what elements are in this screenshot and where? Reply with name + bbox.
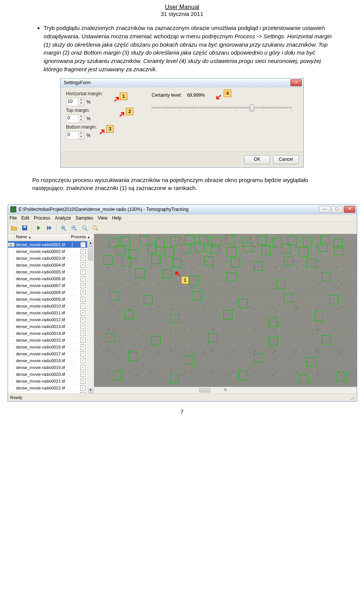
- tmargin-input[interactable]: 0 ▲▼: [66, 115, 84, 123]
- table-row[interactable]: dense_movie-radio0003.tif✓: [8, 255, 94, 262]
- menu-analyze[interactable]: Analyze: [55, 215, 71, 221]
- file-list-panel: Name ▲ Process ▲ ▸dense_movie-radio0001.…: [8, 234, 94, 393]
- menu-samples[interactable]: Samples: [75, 215, 93, 221]
- detected-marker: [121, 257, 131, 267]
- close-icon[interactable]: ✕: [290, 79, 302, 86]
- detected-marker: [181, 244, 191, 254]
- detected-marker: [329, 295, 339, 305]
- table-row[interactable]: dense_movie-radio0011.tif✓: [8, 309, 94, 316]
- header-date: 31 stycznia 2011: [32, 11, 332, 17]
- settings-titlebar[interactable]: SettingsForm ✕: [61, 78, 303, 87]
- table-row[interactable]: dense_movie-radio0015.tif✓: [8, 337, 94, 344]
- scrollbar-vertical[interactable]: ▲ ▼: [87, 241, 94, 393]
- header-title: User Manual: [32, 4, 332, 11]
- save-icon[interactable]: [20, 223, 29, 232]
- bmargin-input[interactable]: 0 ▲▼: [66, 131, 84, 140]
- scroll-thumb[interactable]: [199, 388, 210, 392]
- detected-marker: [193, 291, 202, 301]
- scrollbar-horizontal[interactable]: m: [94, 387, 357, 393]
- arrow-red-icon: ➔: [175, 272, 180, 276]
- table-row[interactable]: dense_movie-radio0020.tif✓: [8, 371, 94, 378]
- zoom-100-icon[interactable]: [91, 223, 100, 232]
- scroll-up-icon[interactable]: ▲: [88, 241, 93, 246]
- detected-marker: [281, 244, 291, 254]
- detected-marker: [195, 242, 205, 252]
- detected-marker: [151, 254, 161, 264]
- detected-marker: [227, 247, 237, 257]
- scroll-thumb[interactable]: [88, 246, 93, 261]
- table-row[interactable]: dense_movie-radio0005.tif✓: [8, 268, 94, 275]
- chevron-down-icon[interactable]: ▼: [78, 102, 84, 106]
- zoom-in-icon[interactable]: [59, 223, 68, 232]
- resize-grip-icon[interactable]: [349, 395, 355, 400]
- table-row[interactable]: dense_movie-radio0016.tif✓: [8, 344, 94, 350]
- table-row[interactable]: dense_movie-radio0012.tif✓: [8, 316, 94, 323]
- file-name: dense_movie-radio0005.tif: [14, 270, 72, 274]
- menu-file[interactable]: File: [9, 215, 17, 221]
- detected-marker: [109, 291, 119, 301]
- detected-marker: [238, 371, 248, 380]
- menu-view[interactable]: View: [98, 215, 108, 221]
- file-name: dense_movie-radio0004.tif: [14, 263, 72, 267]
- hmargin-input[interactable]: 10 ▲▼: [66, 98, 84, 106]
- table-row[interactable]: dense_movie-radio0013.tif✓: [8, 323, 94, 330]
- zoom-fit-icon[interactable]: [80, 223, 89, 232]
- detected-marker: [314, 311, 324, 321]
- table-row[interactable]: dense_movie-radio0017.tif✓: [8, 350, 94, 357]
- chevron-down-icon[interactable]: ▼: [78, 135, 84, 139]
- svg-line-3: [64, 229, 66, 231]
- table-row[interactable]: dense_movie-radio0007.tif✓: [8, 282, 94, 289]
- certainty-slider[interactable]: [152, 104, 292, 111]
- open-icon[interactable]: [9, 223, 19, 232]
- table-row[interactable]: dense_movie-radio0008.tif✓: [8, 289, 94, 296]
- row-selector[interactable]: ▸: [8, 243, 14, 246]
- app-titlebar[interactable]: E:\Politechnika\Projekt2010\Dane\dense_m…: [8, 205, 357, 214]
- column-name[interactable]: Name ▲: [14, 234, 69, 241]
- table-row[interactable]: dense_movie-radio0014.tif✓: [8, 330, 94, 337]
- table-row[interactable]: dense_movie-radio0004.tif✓: [8, 262, 94, 268]
- table-row[interactable]: dense_movie-radio0018.tif✓: [8, 357, 94, 364]
- arrow-red-icon: ➔: [216, 95, 221, 99]
- file-name: dense_movie-radio0017.tif: [14, 352, 72, 356]
- minimize-icon[interactable]: —: [319, 206, 330, 213]
- table-row[interactable]: dense_movie-radio0019.tif✓: [8, 364, 94, 371]
- svg-line-12: [96, 229, 98, 231]
- file-name: dense_movie-radio0014.tif: [14, 331, 72, 336]
- detected-marker: [223, 310, 233, 320]
- maximize-icon[interactable]: ▢: [331, 206, 343, 213]
- column-process[interactable]: Process ▲: [69, 234, 94, 241]
- table-row[interactable]: dense_movie-radio0023.tif✓: [8, 391, 94, 393]
- chevron-up-icon[interactable]: ▲: [78, 98, 84, 102]
- chevron-up-icon[interactable]: ▲: [78, 132, 84, 135]
- menu-help[interactable]: Help: [112, 215, 122, 221]
- chevron-up-icon[interactable]: ▲: [78, 115, 84, 119]
- play-icon[interactable]: [34, 223, 43, 232]
- close-icon[interactable]: ✕: [344, 206, 355, 213]
- detected-marker: [284, 256, 293, 266]
- detected-marker: [170, 374, 180, 383]
- slider-thumb-icon[interactable]: [250, 105, 254, 111]
- table-row[interactable]: ▸dense_movie-radio0001.tif✓: [8, 241, 94, 248]
- table-row[interactable]: dense_movie-radio0002.tif✓: [8, 248, 94, 255]
- zoom-out-icon[interactable]: [69, 223, 78, 232]
- scroll-down-icon[interactable]: ▼: [88, 388, 93, 393]
- file-name: dense_movie-radio0011.tif: [14, 311, 72, 315]
- detected-marker: [170, 314, 180, 323]
- table-row[interactable]: dense_movie-radio0022.tif✓: [8, 385, 94, 391]
- image-canvas[interactable]: 1 ➔ m: [94, 234, 357, 393]
- table-row[interactable]: dense_movie-radio0009.tif✓: [8, 296, 94, 303]
- chevron-down-icon[interactable]: ▼: [78, 119, 84, 122]
- menu-process[interactable]: Process: [34, 215, 50, 221]
- menu-edit[interactable]: Edit: [21, 215, 29, 221]
- detected-marker: [231, 257, 240, 267]
- ok-button[interactable]: OK: [244, 155, 270, 164]
- bmargin-label: Bottom margin:: [66, 124, 111, 130]
- detected-marker: [299, 247, 309, 257]
- table-row[interactable]: dense_movie-radio0010.tif✓: [8, 303, 94, 309]
- table-row[interactable]: dense_movie-radio0021.tif✓: [8, 378, 94, 385]
- detected-marker: [121, 236, 130, 246]
- play-all-icon[interactable]: [45, 223, 54, 232]
- svg-line-10: [86, 229, 87, 231]
- table-row[interactable]: dense_movie-radio0006.tif✓: [8, 275, 94, 282]
- cancel-button[interactable]: Cancel: [273, 155, 299, 164]
